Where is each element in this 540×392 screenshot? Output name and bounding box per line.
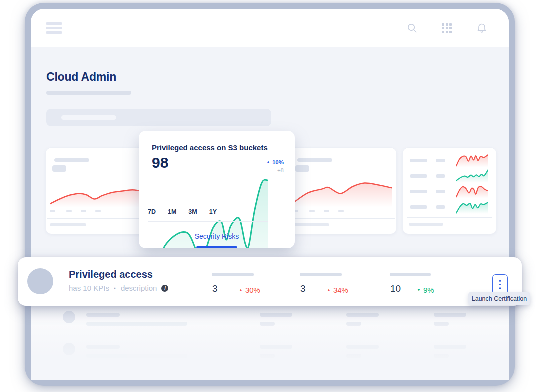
list-item[interactable] — [31, 311, 509, 341]
row-value-skeleton — [436, 205, 446, 209]
range-skeleton — [338, 210, 344, 212]
subtitle-skeleton — [46, 91, 132, 95]
red-trend-chart — [50, 180, 150, 207]
row-title: Privileged access — [69, 269, 153, 280]
privileged-access-popup-card[interactable]: Privileged access on S3 buckets 98 ▲ 10%… — [139, 131, 295, 248]
stat-value: 3 — [300, 283, 306, 294]
apps-grid-icon[interactable] — [442, 23, 452, 33]
card-value-skeleton — [296, 165, 310, 172]
dashboard-screenshot: Cloud Admin — [0, 0, 540, 392]
trend-up-icon: ▲ — [327, 288, 331, 292]
card-divider — [47, 218, 152, 219]
card-divider — [407, 217, 492, 218]
avatar — [28, 268, 54, 294]
launch-certification-tooltip: Launch Certification — [468, 292, 530, 305]
range-skeleton — [81, 210, 86, 212]
card-title-skeleton — [54, 158, 90, 162]
row-value-skeleton — [436, 190, 446, 193]
row-title-skeleton — [86, 313, 120, 317]
popup-metric-value: 98 — [152, 154, 168, 171]
card-footer-skeleton — [409, 223, 444, 226]
trend-up-icon: ▲ — [239, 288, 243, 292]
range-7d[interactable]: 7D — [148, 208, 156, 215]
green-sparkline — [456, 200, 488, 214]
green-sparkline — [456, 169, 488, 183]
kpi-card-skeleton[interactable] — [289, 148, 396, 234]
range-1y[interactable]: 1Y — [210, 208, 217, 215]
sparkline-list-card-skeleton[interactable] — [403, 148, 496, 234]
popup-title: Privileged access on S3 buckets — [152, 143, 268, 152]
range-skeleton — [310, 210, 315, 212]
range-1m[interactable]: 1M — [168, 208, 176, 215]
notifications-bell-icon[interactable] — [476, 22, 488, 34]
page-title: Cloud Admin — [46, 70, 116, 84]
active-tab-indicator — [196, 246, 238, 248]
row-title-skeleton — [86, 345, 120, 349]
stat-label-skeleton — [300, 273, 342, 276]
red-trend-chart — [293, 180, 392, 207]
stat-delta: ▲ 34% — [327, 286, 348, 294]
stat-delta-value: 34% — [334, 286, 348, 294]
search-placeholder-skeleton — [62, 115, 116, 120]
separator-dot: · — [114, 284, 116, 292]
card-title-skeleton — [298, 158, 332, 162]
row-subtitle-skeleton — [86, 322, 188, 326]
stat-delta-value: 9% — [424, 286, 434, 294]
stat-delta: ▲ 30% — [239, 286, 260, 294]
row-label-skeleton — [410, 205, 428, 209]
trend-down-icon: ▼ — [417, 288, 421, 292]
row-label-skeleton — [410, 159, 428, 162]
card-divider — [290, 218, 396, 219]
popup-delta: ▲ 10% — [266, 159, 284, 165]
popup-delta-sub: +8 — [278, 167, 284, 173]
red-sparkline — [456, 153, 488, 167]
top-bar — [31, 9, 509, 47]
time-range-selector: 7D 1M 3M 1Y — [148, 208, 217, 215]
popup-delta-value: 10% — [272, 159, 284, 165]
row-label-skeleton — [410, 174, 428, 178]
row-subtitle-skeleton — [86, 354, 188, 358]
range-skeleton — [96, 210, 101, 212]
stat-delta-value: 30% — [246, 286, 260, 294]
search-icon[interactable] — [406, 22, 418, 34]
card-footer-skeleton — [50, 223, 86, 226]
range-skeleton — [324, 210, 330, 212]
top-bar-actions — [406, 22, 488, 34]
card-footer-skeleton — [293, 223, 330, 226]
hamburger-menu-icon[interactable] — [46, 22, 62, 34]
red-sparkline — [456, 184, 488, 198]
tab-security-risks[interactable]: Security Risks — [139, 232, 295, 240]
description-label: description — [121, 284, 158, 292]
green-trend-chart — [149, 171, 268, 206]
row-label-skeleton — [410, 190, 428, 193]
stat-value: 3 — [212, 283, 218, 294]
range-skeleton — [50, 210, 56, 212]
list-item[interactable] — [31, 343, 509, 373]
avatar — [63, 343, 76, 355]
range-skeleton — [66, 210, 72, 212]
row-subtitle: has 10 KPIs · description i — [69, 284, 168, 292]
avatar — [63, 311, 76, 323]
kpi-count-label: has 10 KPIs — [69, 284, 110, 292]
card-value-skeleton — [52, 165, 66, 172]
stat-label-skeleton — [212, 273, 254, 276]
stat-label-skeleton — [390, 273, 431, 276]
row-value-skeleton — [436, 159, 446, 162]
stat-delta: ▼ 9% — [417, 286, 434, 294]
row-value-skeleton — [436, 174, 446, 178]
kpi-card-skeleton[interactable] — [46, 148, 154, 234]
stat-value: 10 — [390, 283, 401, 294]
privileged-access-row[interactable]: Privileged access has 10 KPIs · descript… — [18, 257, 522, 306]
info-icon[interactable]: i — [162, 285, 168, 292]
trend-up-icon: ▲ — [266, 160, 270, 164]
kpi-list-skeleton-rows — [31, 306, 509, 380]
range-3m[interactable]: 3M — [188, 208, 197, 215]
popup-divider — [148, 221, 268, 222]
